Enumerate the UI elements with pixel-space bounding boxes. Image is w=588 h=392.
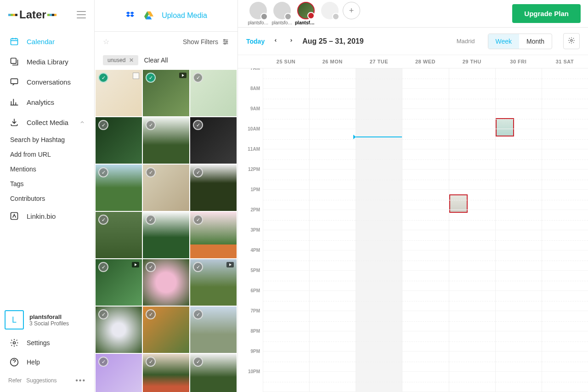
hour-slot[interactable] bbox=[263, 190, 309, 210]
hour-slot[interactable] bbox=[449, 129, 495, 149]
dropbox-icon[interactable] bbox=[125, 10, 136, 21]
hour-slot[interactable] bbox=[496, 89, 542, 109]
profile-instagram[interactable] bbox=[249, 2, 267, 19]
hour-slot[interactable] bbox=[263, 68, 309, 89]
today-button[interactable]: Today bbox=[246, 38, 265, 45]
hour-slot[interactable] bbox=[263, 372, 309, 392]
media-thumb[interactable] bbox=[96, 259, 142, 306]
hour-slot[interactable] bbox=[310, 250, 356, 271]
hour-slot[interactable] bbox=[402, 250, 448, 271]
nav-media-library[interactable]: Media Library bbox=[0, 51, 94, 72]
hour-slot[interactable] bbox=[356, 230, 402, 250]
week-view-button[interactable]: Week bbox=[488, 34, 520, 49]
hour-slot[interactable] bbox=[496, 210, 542, 230]
media-thumb[interactable] bbox=[96, 117, 142, 164]
filter-chip-unused[interactable]: unused ✕ bbox=[103, 55, 138, 65]
hour-slot[interactable] bbox=[496, 311, 542, 331]
hour-slot[interactable] bbox=[310, 170, 356, 190]
hour-slot[interactable] bbox=[356, 89, 402, 109]
hour-slot[interactable] bbox=[356, 352, 402, 372]
hour-slot[interactable] bbox=[263, 291, 309, 311]
hour-slot[interactable] bbox=[496, 291, 542, 311]
calendar-settings-button[interactable] bbox=[563, 33, 580, 49]
nav-tags[interactable]: Tags bbox=[0, 176, 94, 191]
hour-slot[interactable] bbox=[542, 170, 588, 190]
logo[interactable]: Later bbox=[8, 8, 58, 21]
hour-slot[interactable] bbox=[310, 352, 356, 372]
upload-media-link[interactable]: Upload Media bbox=[162, 11, 207, 20]
close-icon[interactable]: ✕ bbox=[129, 57, 134, 63]
hour-slot[interactable] bbox=[449, 331, 495, 352]
hour-slot[interactable] bbox=[449, 352, 495, 372]
hour-slot[interactable] bbox=[402, 230, 448, 250]
hour-slot[interactable] bbox=[542, 190, 588, 210]
hour-slot[interactable] bbox=[402, 149, 448, 170]
profile-twitter[interactable] bbox=[321, 2, 339, 19]
hour-slot[interactable] bbox=[310, 190, 356, 210]
hour-slot[interactable] bbox=[402, 271, 448, 291]
nav-settings[interactable]: Settings bbox=[0, 333, 94, 352]
hour-slot[interactable] bbox=[449, 210, 495, 230]
hour-slot[interactable] bbox=[449, 170, 495, 190]
hour-slot[interactable] bbox=[356, 129, 402, 149]
hour-slot[interactable] bbox=[402, 109, 448, 129]
media-thumb[interactable] bbox=[96, 212, 142, 258]
day-col-fri[interactable] bbox=[495, 68, 542, 392]
hour-slot[interactable] bbox=[542, 331, 588, 352]
media-thumb[interactable] bbox=[143, 354, 189, 392]
media-thumb[interactable] bbox=[190, 354, 237, 392]
hour-slot[interactable] bbox=[310, 372, 356, 392]
hour-slot[interactable] bbox=[402, 129, 448, 149]
hour-slot[interactable] bbox=[263, 149, 309, 170]
hour-slot[interactable] bbox=[310, 149, 356, 170]
upgrade-plan-button[interactable]: Upgrade Plan bbox=[512, 4, 581, 23]
hour-slot[interactable] bbox=[402, 331, 448, 352]
hour-slot[interactable] bbox=[263, 129, 309, 149]
hour-slot[interactable] bbox=[449, 190, 495, 210]
hour-slot[interactable] bbox=[402, 311, 448, 331]
more-icon[interactable]: ••• bbox=[75, 376, 86, 385]
hour-slot[interactable] bbox=[263, 352, 309, 372]
hour-slot[interactable] bbox=[310, 271, 356, 291]
hour-slot[interactable] bbox=[542, 149, 588, 170]
hour-slot[interactable] bbox=[263, 250, 309, 271]
hour-slot[interactable] bbox=[496, 250, 542, 271]
hour-slot[interactable] bbox=[496, 331, 542, 352]
hour-slot[interactable] bbox=[449, 372, 495, 392]
hour-slot[interactable] bbox=[542, 372, 588, 392]
media-thumb[interactable] bbox=[96, 307, 142, 353]
hour-slot[interactable] bbox=[402, 372, 448, 392]
hour-slot[interactable] bbox=[449, 230, 495, 250]
hour-slot[interactable] bbox=[542, 129, 588, 149]
hour-slot[interactable] bbox=[542, 311, 588, 331]
media-thumb[interactable] bbox=[143, 212, 189, 258]
hour-slot[interactable] bbox=[402, 190, 448, 210]
suggestions-link[interactable]: Suggestions bbox=[26, 377, 57, 384]
hour-slot[interactable] bbox=[263, 311, 309, 331]
hour-slot[interactable] bbox=[496, 109, 542, 129]
hour-slot[interactable] bbox=[356, 149, 402, 170]
hour-slot[interactable] bbox=[402, 210, 448, 230]
nav-contributors[interactable]: Contributors bbox=[0, 191, 94, 206]
hour-slot[interactable] bbox=[402, 170, 448, 190]
hour-slot[interactable] bbox=[542, 68, 588, 89]
nav-add-url[interactable]: Add from URL bbox=[0, 147, 94, 162]
hour-slot[interactable] bbox=[542, 210, 588, 230]
media-thumb[interactable] bbox=[190, 259, 237, 306]
timezone-label[interactable]: Madrid bbox=[457, 38, 475, 45]
show-filters-button[interactable]: Show Filters bbox=[183, 38, 229, 45]
hour-slot[interactable] bbox=[310, 68, 356, 89]
hour-slot[interactable] bbox=[263, 109, 309, 129]
prev-week-button[interactable] bbox=[271, 37, 280, 45]
hour-slot[interactable] bbox=[542, 230, 588, 250]
hour-slot[interactable] bbox=[356, 331, 402, 352]
media-thumb[interactable] bbox=[96, 70, 142, 116]
hour-slot[interactable] bbox=[449, 149, 495, 170]
hour-slot[interactable] bbox=[310, 89, 356, 109]
media-thumb[interactable] bbox=[96, 354, 142, 392]
nav-mentions[interactable]: Mentions bbox=[0, 162, 94, 176]
hour-slot[interactable] bbox=[496, 170, 542, 190]
media-thumb[interactable] bbox=[143, 117, 189, 164]
account-switcher[interactable]: L plantsforall 3 Social Profiles bbox=[0, 307, 94, 333]
day-col-sat[interactable] bbox=[542, 68, 588, 392]
